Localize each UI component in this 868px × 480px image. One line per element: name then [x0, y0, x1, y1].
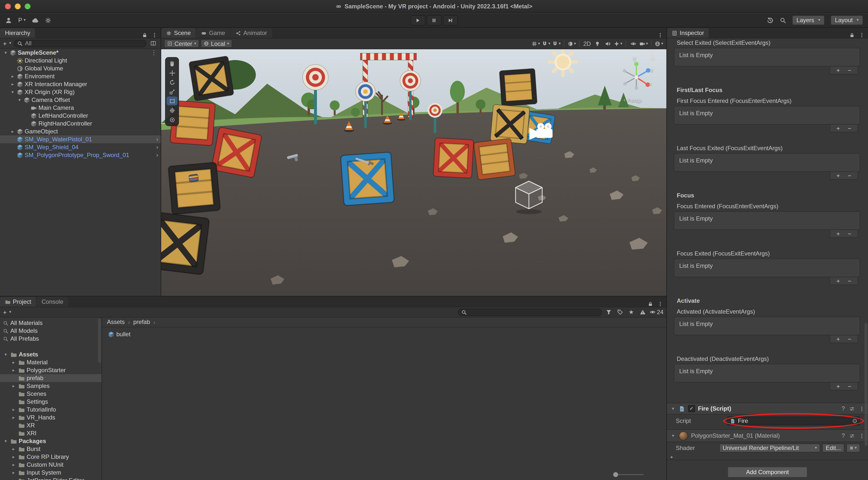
layout-dropdown[interactable]: Layout▾ — [831, 15, 863, 25]
breadcrumb-prefab[interactable]: prefab — [133, 318, 150, 325]
handle-space-dropdown[interactable]: Local▾ — [200, 39, 232, 48]
tab-hierarchy[interactable]: Hierarchy — [0, 28, 35, 38]
2d-toggle[interactable]: 2D — [583, 39, 591, 48]
remove-entry-button[interactable]: − — [848, 173, 851, 178]
scene-picking-icon[interactable] — [149, 39, 158, 48]
global-search-button[interactable] — [780, 17, 786, 23]
package-row[interactable]: ▸JetBrains Rider Editor — [0, 477, 101, 480]
folder-row[interactable]: XR — [0, 421, 101, 429]
search-by-label-button[interactable] — [615, 308, 624, 316]
folder-tree-scrollbar[interactable] — [98, 318, 101, 363]
package-row[interactable]: ▸Input System — [0, 469, 101, 477]
increment-snap-dropdown[interactable]: ▾ — [552, 39, 561, 48]
custom-tool-button[interactable] — [166, 115, 178, 124]
packages-root-row[interactable]: ▾Packages — [0, 437, 101, 445]
foldout-collapsed-icon[interactable]: ▸ — [11, 447, 16, 451]
pause-button[interactable] — [427, 15, 441, 25]
prefab-open-chevron[interactable]: › — [156, 144, 158, 150]
foldout-collapsed-icon[interactable]: ▸ — [11, 462, 16, 467]
shader-dropdown[interactable]: Universal Render Pipeline/Lit ▾ — [719, 444, 820, 452]
remove-entry-button[interactable]: − — [848, 231, 851, 237]
foldout-collapsed-icon[interactable]: ▸ — [10, 74, 15, 79]
slider-knob[interactable] — [613, 472, 618, 477]
hierarchy-row[interactable]: SM_PolygonPrototype_Prop_Sword_01› — [0, 151, 161, 159]
fullscreen-window-button[interactable] — [25, 3, 31, 9]
hierarchy-row-selected[interactable]: SM_Wep_WaterPistol_01› — [0, 135, 161, 143]
hierarchy-row[interactable]: ▸XR Interaction Manager — [0, 80, 161, 88]
kebab-menu-icon[interactable] — [859, 33, 865, 38]
scene-visibility-toggle[interactable] — [629, 39, 638, 48]
foldout-expanded-icon[interactable]: ▾ — [3, 439, 8, 444]
foldout-collapsed-icon[interactable]: ▸ — [11, 360, 16, 365]
tab-animator[interactable]: Animator — [230, 28, 272, 38]
lighting-toggle[interactable] — [593, 39, 602, 48]
kebab-menu-icon[interactable] — [152, 33, 157, 38]
hierarchy-row[interactable]: LeftHandController — [0, 112, 161, 119]
inspector-scrollbar[interactable] — [865, 323, 868, 446]
foldout-collapsed-icon[interactable]: ▸ — [11, 383, 16, 388]
save-search-button[interactable]: ★ — [627, 308, 636, 316]
move-tool-button[interactable] — [166, 68, 178, 77]
material-preview-foldout[interactable]: ▸ — [667, 454, 868, 460]
axis-y-label[interactable]: y — [633, 55, 636, 61]
foldout-expanded-icon[interactable]: ▾ — [670, 406, 676, 411]
undo-history-button[interactable] — [767, 16, 774, 24]
rect-tool-button[interactable] — [166, 97, 178, 105]
foldout-collapsed-icon[interactable]: ▸ — [11, 415, 16, 420]
snap-magnet-dropdown[interactable]: ▾ — [542, 39, 551, 48]
package-row[interactable]: ▸Core RP Library — [0, 453, 101, 461]
hierarchy-row[interactable]: RightHandController — [0, 119, 161, 128]
favorite-item[interactable]: All Models — [0, 327, 101, 335]
foldout-expanded-icon[interactable]: ▾ — [670, 433, 676, 438]
hierarchy-row[interactable]: Directional Light — [0, 57, 161, 65]
hierarchy-row[interactable]: Global Volume — [0, 65, 161, 72]
icon-size-slider[interactable] — [613, 472, 644, 478]
foldout-expanded-icon[interactable]: ▾ — [17, 98, 22, 102]
prefab-open-chevron[interactable]: › — [156, 136, 158, 142]
create-asset-caret-icon[interactable]: ▾ — [9, 310, 11, 314]
tab-console[interactable]: Console — [37, 297, 68, 307]
prefab-open-chevron[interactable]: › — [156, 152, 158, 158]
camera-settings-dropdown[interactable]: ▾ — [639, 39, 648, 48]
create-asset-button[interactable]: + — [3, 309, 7, 315]
project-search-input[interactable] — [458, 308, 601, 316]
hierarchy-row[interactable]: SM_Wep_Shield_04› — [0, 143, 161, 151]
foldout-expanded-icon[interactable]: ▾ — [10, 90, 15, 95]
remove-entry-button[interactable]: − — [848, 67, 851, 73]
folder-row[interactable]: Settings — [0, 398, 101, 406]
object-picker-icon[interactable]: ⊙ — [852, 418, 857, 424]
material-component-header[interactable]: ▾ PolygonStarter_Mat_01 (Material) ? — [667, 429, 868, 442]
shader-edit-button[interactable]: Edit... — [823, 444, 844, 452]
foldout-collapsed-icon[interactable]: ▸ — [11, 478, 16, 480]
perspective-toggle[interactable]: ‹ Persp — [623, 97, 642, 103]
add-component-button[interactable]: Add Component — [727, 467, 807, 478]
shader-more-button[interactable]: ≡▾ — [846, 444, 860, 452]
asset-item-bullet[interactable]: bullet — [108, 331, 130, 338]
favorite-item[interactable]: All Materials — [0, 319, 101, 327]
folder-row[interactable]: ▸Material — [0, 358, 101, 366]
axis-z-label[interactable]: z — [651, 67, 653, 72]
lock-icon[interactable] — [648, 301, 653, 307]
axis-x-label[interactable]: x — [649, 81, 652, 86]
presets-icon[interactable] — [849, 433, 855, 438]
component-enabled-checkbox[interactable]: ✓ — [688, 405, 695, 412]
view-tool-button[interactable] — [166, 59, 178, 68]
presets-icon[interactable] — [849, 406, 855, 411]
minimize-window-button[interactable] — [15, 3, 21, 9]
account-button[interactable] — [5, 16, 12, 24]
audio-toggle[interactable] — [603, 39, 612, 48]
foldout-collapsed-icon[interactable]: ▸ — [11, 407, 16, 412]
kebab-menu-icon[interactable]: ⋮ — [151, 50, 157, 56]
foldout-collapsed-icon[interactable]: ▸ — [10, 82, 15, 87]
foldout-collapsed-icon[interactable]: ▸ — [11, 454, 16, 459]
draw-mode-dropdown[interactable]: ▾ — [567, 39, 576, 48]
tab-project[interactable]: Project — [0, 297, 36, 307]
lock-icon[interactable] — [142, 33, 147, 38]
hidden-packages-toggle[interactable]: 24 — [649, 308, 663, 316]
account-menu-button[interactable]: P▾ — [18, 17, 26, 24]
script-object-field[interactable]: Fire ⊙ — [727, 416, 860, 425]
foldout-expanded-icon[interactable]: ▾ — [3, 352, 8, 357]
add-entry-button[interactable]: + — [836, 383, 840, 389]
hierarchy-search-input[interactable]: All — [13, 40, 146, 47]
gizmos-dropdown[interactable]: ▾ — [655, 39, 663, 48]
